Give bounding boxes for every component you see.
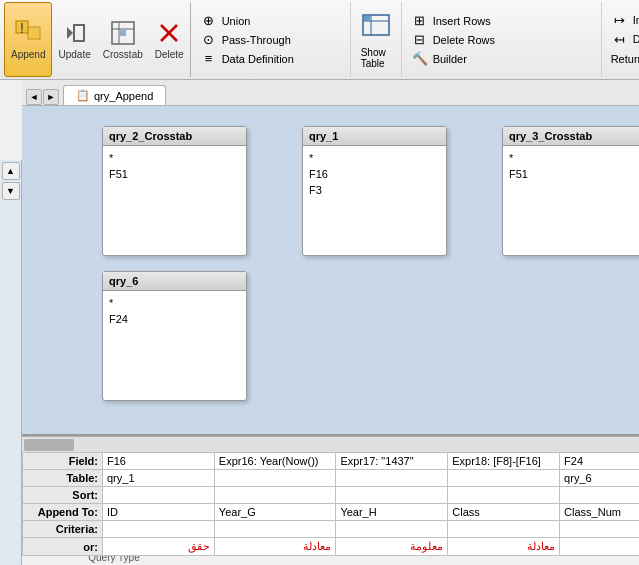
qry3-field-f51: F51: [509, 166, 639, 182]
crosstab-button[interactable]: Crosstab: [97, 2, 149, 77]
query-type-vertical: ⊕ Union ⊙ Pass-Through ≡ Data Definition: [191, 2, 351, 77]
query-box-qry3crosstab[interactable]: qry_3_Crosstab * F51: [502, 126, 639, 256]
tab-label: qry_Append: [94, 90, 153, 102]
query-box-body-qry3: * F51: [503, 146, 639, 186]
grid-cell-criteria-3[interactable]: [336, 521, 448, 538]
grid-cell-appendto-4[interactable]: Class: [448, 504, 560, 521]
update-icon: [61, 19, 89, 47]
insert-rows-label: Insert Rows: [433, 15, 491, 27]
delete-columns-icon: ↤: [611, 32, 629, 47]
side-nav-down-btn[interactable]: ▼: [2, 182, 20, 200]
grid-cell-criteria-1[interactable]: [103, 521, 215, 538]
union-label: Union: [222, 15, 251, 27]
qry2-field-star: *: [109, 150, 240, 166]
grid-cell-criteria-2[interactable]: [214, 521, 336, 538]
scroll-thumb-h[interactable]: [24, 439, 74, 451]
data-definition-icon: ≡: [200, 51, 218, 66]
union-icon: ⊕: [200, 13, 218, 28]
append-button[interactable]: ! Append: [4, 2, 52, 77]
grid-cell-field-2[interactable]: Expr16: Year(Now()): [214, 453, 336, 470]
grid-cell-sort-5[interactable]: [560, 487, 639, 504]
grid-cell-table-1[interactable]: qry_1: [103, 470, 215, 487]
query-setup-group: ⊞ Insert Rows ⊟ Delete Rows 🔨 Builder: [402, 2, 602, 77]
query-box-header-qry6: qry_6: [103, 272, 246, 291]
grid-row-or: or: حقق معادلة معلومة معادلة: [23, 538, 640, 556]
grid-cell-field-1[interactable]: F16: [103, 453, 215, 470]
insert-rows-icon: ⊞: [411, 13, 429, 28]
query-box-body-qry2: * F51: [103, 146, 246, 186]
grid-row-field: Field: F16 Expr16: Year(Now()) Expr17: "…: [23, 453, 640, 470]
tab-nav-right[interactable]: ►: [43, 89, 59, 105]
qry6-title: qry_6: [109, 275, 138, 287]
tab-icon: 📋: [76, 89, 90, 102]
tab-qry-append[interactable]: 📋 qry_Append: [63, 85, 166, 105]
pass-through-icon: ⊙: [200, 32, 218, 47]
columns-group: ↦ Insert Columns ↤ Delete Columns Return…: [602, 2, 639, 77]
content-area: ◄ ► 📋 qry_Append qry_2_Crosstab * F51: [22, 80, 639, 565]
grid-cell-or-1[interactable]: حقق: [103, 538, 215, 556]
query-box-qry2crosstab[interactable]: qry_2_Crosstab * F51: [102, 126, 247, 256]
horizontal-scrollbar[interactable]: [22, 436, 639, 452]
design-area[interactable]: qry_2_Crosstab * F51 qry_1 * F16 F: [22, 106, 639, 436]
append-icon: !: [14, 19, 42, 47]
svg-rect-13: [364, 16, 370, 21]
grid-cell-field-4[interactable]: Expr18: [F8]-[F16]: [448, 453, 560, 470]
query-box-header-qry1: qry_1: [303, 127, 446, 146]
delete-button[interactable]: Delete: [149, 2, 190, 77]
grid-cell-or-3[interactable]: معلومة: [336, 538, 448, 556]
show-table-icon: [361, 11, 391, 45]
crosstab-label: Crosstab: [103, 49, 143, 60]
grid-cell-field-5[interactable]: F24: [560, 453, 639, 470]
delete-icon: [155, 19, 183, 47]
grid-cell-or-4[interactable]: معادلة: [448, 538, 560, 556]
grid-cell-table-2[interactable]: [214, 470, 336, 487]
pass-through-label: Pass-Through: [222, 34, 291, 46]
delete-columns-button[interactable]: ↤ Delete Columns: [608, 31, 639, 48]
data-definition-button[interactable]: ≡ Data Definition: [197, 50, 344, 67]
svg-text:!: !: [20, 20, 24, 36]
grid-cell-table-3[interactable]: [336, 470, 448, 487]
svg-rect-7: [120, 30, 126, 36]
grid-cell-table-4[interactable]: [448, 470, 560, 487]
grid-cell-sort-3[interactable]: [336, 487, 448, 504]
qry3-field-star: *: [509, 150, 639, 166]
grid-cell-appendto-5[interactable]: Class_Num: [560, 504, 639, 521]
grid-cell-criteria-5[interactable]: [560, 521, 639, 538]
tab-nav-left[interactable]: ◄: [26, 89, 42, 105]
insert-columns-label: Insert Columns: [633, 14, 639, 26]
grid-cell-appendto-3[interactable]: Year_H: [336, 504, 448, 521]
query-box-qry6[interactable]: qry_6 * F24: [102, 271, 247, 401]
side-nav-up-btn[interactable]: ▲: [2, 162, 20, 180]
grid-cell-appendto-2[interactable]: Year_G: [214, 504, 336, 521]
grid-cell-appendto-1[interactable]: ID: [103, 504, 215, 521]
append-label: Append: [11, 49, 45, 60]
grid-cell-criteria-4[interactable]: [448, 521, 560, 538]
grid-header-field: Field:: [23, 453, 103, 470]
union-button[interactable]: ⊕ Union: [197, 12, 344, 29]
pass-through-button[interactable]: ⊙ Pass-Through: [197, 31, 344, 48]
query-box-header-qry3: qry_3_Crosstab: [503, 127, 639, 146]
query-box-qry1[interactable]: qry_1 * F16 F3: [302, 126, 447, 256]
update-button[interactable]: Update: [52, 2, 96, 77]
tab-nav-arrows: ◄ ►: [26, 89, 59, 105]
builder-button[interactable]: 🔨 Builder: [408, 50, 595, 67]
delete-rows-icon: ⊟: [411, 32, 429, 47]
grid-row-table: Table: qry_1 qry_6: [23, 470, 640, 487]
return-row: Return: All: [608, 50, 639, 68]
delete-rows-button[interactable]: ⊟ Delete Rows: [408, 31, 595, 48]
show-table-button[interactable]: Show Table: [351, 2, 402, 77]
insert-columns-button[interactable]: ↦ Insert Columns: [608, 12, 639, 29]
query-box-header-qry2: qry_2_Crosstab: [103, 127, 246, 146]
insert-rows-button[interactable]: ⊞ Insert Rows: [408, 12, 595, 29]
return-label: Return:: [611, 53, 639, 65]
grid-cell-or-2[interactable]: معادلة: [214, 538, 336, 556]
grid-row-appendto: Append To: ID Year_G Year_H Class Class_…: [23, 504, 640, 521]
grid-cell-sort-2[interactable]: [214, 487, 336, 504]
grid-cell-field-3[interactable]: Expr17: "1437": [336, 453, 448, 470]
grid-cell-or-5[interactable]: [560, 538, 639, 556]
grid-cell-table-5[interactable]: qry_6: [560, 470, 639, 487]
grid-cell-sort-4[interactable]: [448, 487, 560, 504]
qry1-field-f16: F16: [309, 166, 440, 182]
grid-cell-sort-1[interactable]: [103, 487, 215, 504]
qry2-title: qry_2_Crosstab: [109, 130, 192, 142]
